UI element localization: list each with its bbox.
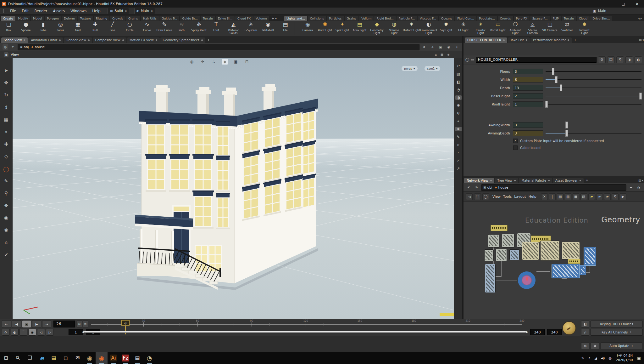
taskbar-app-button[interactable]: ▤ [48, 352, 60, 364]
tool-icon[interactable]: ➤ [4, 68, 8, 75]
history-icon[interactable]: ◔ [636, 185, 641, 190]
display-option-icon[interactable]: ⚲ [455, 111, 462, 116]
back-arrow-icon[interactable]: ↶ [10, 44, 16, 50]
pane-tab[interactable]: Geometry Spreadsheet [160, 37, 205, 43]
add-pane-tab-button[interactable]: + [572, 38, 578, 43]
window-control-button[interactable]: □ [616, 0, 630, 8]
action-center-icon[interactable]: ▣ [637, 356, 641, 361]
parameter-value-field[interactable]: 3 [513, 69, 543, 74]
key-all-icon[interactable]: ⇄ [581, 329, 589, 336]
spinner-icon[interactable]: ⇕ [125, 9, 127, 13]
parameter-header-button[interactable]: ◐ [635, 56, 642, 63]
pane-menu-icons[interactable]: ▤ ▾ [638, 179, 643, 183]
tray-icon[interactable]: ◢ [594, 356, 597, 360]
display-option-icon[interactable]: ◑ [455, 95, 462, 100]
display-option-icon[interactable]: ✓ [455, 158, 462, 163]
shelf-tab[interactable]: Cloud [577, 16, 590, 21]
network-menu-item[interactable]: Tools [502, 195, 513, 199]
breadcrumb[interactable]: ▣obj ◆house [481, 184, 626, 191]
tool-icon[interactable]: ⇕ [4, 105, 8, 111]
parameter-slider[interactable] [546, 76, 641, 83]
parameter-value-field[interactable]: 3 [513, 130, 543, 136]
network-menu-item[interactable]: Layout [513, 195, 527, 199]
shelf-tool-button[interactable]: ◍Volume Light [386, 21, 403, 36]
keying-icon[interactable]: ◧ [581, 321, 589, 327]
shelf-tab[interactable]: Polygon [45, 16, 61, 21]
shelf-add-icon[interactable]: + ▾ [270, 17, 279, 21]
tray-icon[interactable]: ∧ [588, 356, 591, 360]
taskbar-app-button[interactable]: ◉ [96, 352, 108, 364]
pane-tab[interactable]: Material Palette [519, 178, 552, 183]
path-bar-icon[interactable]: ◉ [446, 44, 452, 50]
playbar-mini-button[interactable]: ▥ [83, 320, 88, 328]
display-option-icon[interactable]: ⌖ [455, 119, 462, 123]
network-node[interactable] [491, 225, 508, 231]
network-node[interactable] [485, 264, 496, 293]
shelf-tab[interactable]: Rigging [94, 16, 109, 21]
network-toolbar-icon[interactable]: ▧ [580, 193, 587, 200]
parameter-value-field[interactable]: 6 [513, 77, 543, 82]
slider-handle[interactable] [565, 130, 568, 137]
shelf-tab[interactable]: Sparse P... [530, 16, 550, 21]
close-icon[interactable] [580, 180, 581, 181]
shelf-tool-button[interactable]: ∿Curve [138, 21, 156, 36]
shelf-tab[interactable]: Pyro FX [514, 16, 530, 21]
taskbar-app-button[interactable]: ◔ [143, 352, 155, 364]
auto-key-button[interactable]: ⚷ [562, 321, 576, 335]
network-node[interactable] [584, 247, 596, 266]
shelf-tab[interactable]: Grains [126, 16, 140, 21]
taskbar-app-button[interactable]: ⚲ [12, 352, 24, 364]
menu-item[interactable]: File [8, 8, 18, 14]
tool-icon[interactable]: ⚲ [4, 191, 8, 197]
range-start-field[interactable]: 1 [69, 329, 83, 335]
pane-tab[interactable]: Composite View [93, 37, 126, 43]
menu-item[interactable]: Render [32, 8, 50, 14]
tool-icon[interactable]: ◯ [3, 166, 9, 173]
pane-tab[interactable]: Performance Monitor [530, 37, 572, 43]
shelf-tool-button[interactable]: TFont [208, 21, 225, 36]
taskbar-app-button[interactable]: e [36, 352, 48, 364]
taskbar-app-button[interactable]: ▤ [131, 352, 143, 364]
tool-icon[interactable]: ↻ [4, 92, 8, 99]
shelf-tool-button[interactable]: ▢Box [0, 21, 17, 36]
close-icon[interactable] [503, 39, 505, 41]
shelf-tab[interactable]: Guide Br... [180, 16, 200, 21]
parameter-slider[interactable] [546, 93, 641, 100]
path-bar-icon[interactable]: ✦ [454, 44, 460, 50]
shelf-tool-button[interactable]: ◐Environment Light [420, 21, 437, 36]
shelf-tool-button[interactable]: ✳GI Light [455, 21, 472, 36]
network-node[interactable] [518, 271, 536, 289]
pin-icon[interactable]: ➔ [628, 185, 634, 190]
close-icon[interactable] [568, 39, 569, 41]
playback-toggle[interactable]: ⌒ [19, 329, 27, 336]
current-frame-field[interactable]: 26 [53, 321, 75, 327]
shelf-tool-button[interactable]: ❉Spray Paint [190, 21, 208, 36]
slider-handle[interactable] [552, 68, 554, 75]
parameter-slider[interactable] [546, 122, 641, 128]
shelf-tab[interactable]: Vellum [359, 16, 374, 21]
opbar-icon[interactable]: ◈ [447, 53, 450, 56]
shelf-tab[interactable]: Modify [16, 16, 30, 21]
taskbar-app-button[interactable]: Fz [119, 352, 131, 364]
close-icon[interactable] [88, 39, 90, 41]
parameter-slider[interactable] [546, 84, 641, 91]
range-end-field2[interactable]: 240 [547, 329, 562, 335]
shelf-tool-button[interactable]: ✹Sky Light [437, 21, 455, 36]
playback-toggle[interactable]: ⟳ [2, 329, 10, 336]
shelf-tool-button[interactable]: ✎Draw Curve [156, 21, 173, 36]
shelf-tool-button[interactable]: ◭Platonic Solids [225, 21, 242, 36]
add-pane-tab-button[interactable]: + [206, 38, 211, 43]
timeline-ruler[interactable]: 20 306090120150180210240 [91, 320, 522, 328]
tray-icon[interactable]: ◀) [601, 356, 605, 360]
menu-item[interactable]: Windows [68, 8, 89, 14]
network-toolbar-icon[interactable]: ▰ [588, 193, 595, 200]
shelf-tool-button[interactable]: ◫VR Camera [541, 21, 558, 36]
shelf-tab[interactable]: Fluid Con... [455, 16, 476, 21]
network-node[interactable] [509, 249, 519, 260]
shelf-tab[interactable]: Hair Utils [141, 16, 159, 21]
transport-button[interactable]: ⇤ [2, 320, 11, 328]
shelf-tab[interactable]: Oceans [439, 16, 454, 21]
menu-item[interactable]: Help [90, 8, 103, 14]
opbar-icon[interactable]: ⌂ [435, 53, 436, 56]
shelf-tab[interactable]: Model [31, 16, 44, 21]
